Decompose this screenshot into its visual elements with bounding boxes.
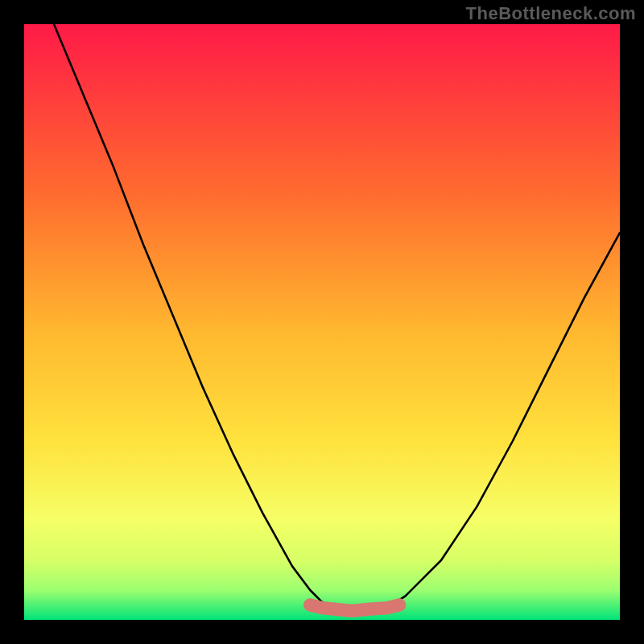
chart-frame: TheBottleneck.com [0, 0, 644, 644]
plot-area [24, 24, 620, 620]
gradient-background [24, 24, 620, 620]
watermark-text: TheBottleneck.com [466, 3, 636, 24]
chart-svg [24, 24, 620, 620]
optimal-range-marker [310, 605, 399, 611]
